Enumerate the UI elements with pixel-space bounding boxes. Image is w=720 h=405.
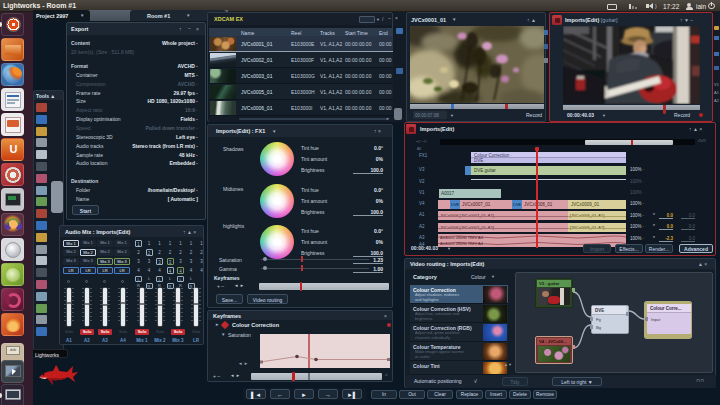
svg-text:Ambient 48kHz RMV A3: Ambient 48kHz RMV A3 bbox=[440, 235, 484, 240]
